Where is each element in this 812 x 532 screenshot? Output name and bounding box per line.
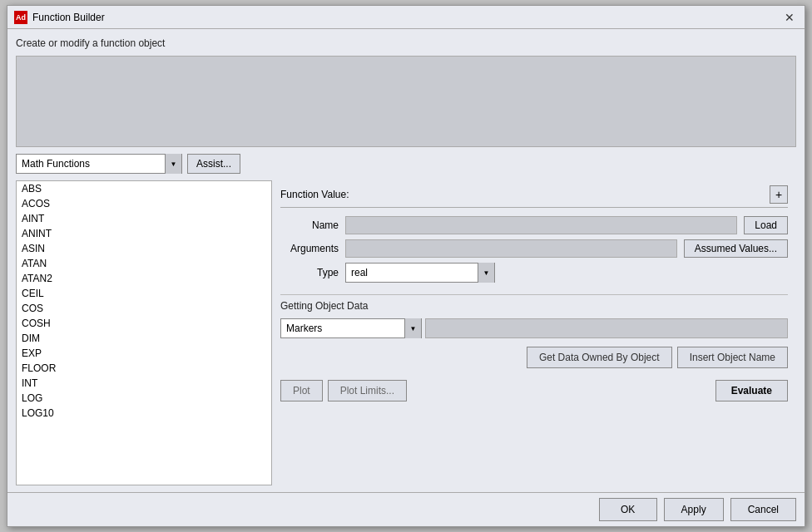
list-item[interactable]: CEIL: [17, 286, 271, 301]
assist-button[interactable]: Assist...: [187, 154, 240, 174]
object-buttons-row: Get Data Owned By Object Insert Object N…: [280, 343, 788, 372]
toolbar-row: Math Functions ▼ Assist...: [16, 152, 796, 175]
getting-object-row: Markers ▼: [280, 318, 788, 338]
form-section: Name Load Arguments Assumed Values... Ty…: [280, 213, 788, 286]
markers-label: Markers: [281, 323, 404, 334]
main-content: ABSACOSAINTANINTASINATANATAN2CEILCOSCOSH…: [16, 180, 796, 485]
insert-object-name-button[interactable]: Insert Object Name: [677, 347, 788, 368]
functions-list-panel: ABSACOSAINTANINTASINATANATAN2CEILCOSCOSH…: [16, 180, 272, 485]
name-row: Name Load: [280, 216, 788, 234]
functions-list[interactable]: ABSACOSAINTANINTASINATANATAN2CEILCOSCOSH…: [17, 181, 271, 485]
markers-arrow-icon[interactable]: ▼: [404, 318, 421, 338]
math-functions-arrow-icon[interactable]: ▼: [165, 154, 181, 174]
function-value-label: Function Value:: [280, 189, 349, 200]
list-item[interactable]: ATAN: [17, 256, 271, 271]
list-item[interactable]: ATAN2: [17, 271, 271, 286]
math-functions-dropdown[interactable]: Math Functions ▼: [16, 154, 182, 174]
plot-limits-button[interactable]: Plot Limits...: [328, 380, 407, 401]
apply-button[interactable]: Apply: [664, 498, 724, 521]
ok-button[interactable]: OK: [599, 498, 657, 521]
markers-dropdown[interactable]: Markers ▼: [280, 318, 422, 338]
plot-button[interactable]: Plot: [280, 380, 323, 401]
list-item[interactable]: EXP: [17, 346, 271, 361]
function-value-row: Function Value: +: [280, 185, 788, 208]
dialog-body: Create or modify a function object Math …: [7, 29, 805, 492]
close-button[interactable]: ✕: [781, 9, 798, 26]
type-dropdown[interactable]: real ▼: [345, 263, 495, 283]
type-row: Type real ▼: [280, 263, 788, 283]
list-item[interactable]: COSH: [17, 316, 271, 331]
right-panel: Function Value: + Name Load Arguments: [272, 180, 796, 485]
type-label: Type: [280, 267, 339, 278]
title-bar: Ad Function Builder ✕: [7, 6, 805, 29]
title-bar-left: Ad Function Builder: [14, 11, 105, 24]
get-data-owned-by-object-button[interactable]: Get Data Owned By Object: [527, 347, 672, 368]
list-item[interactable]: DIM: [17, 331, 271, 346]
list-item[interactable]: INT: [17, 376, 271, 391]
evaluate-button[interactable]: Evaluate: [715, 380, 788, 401]
dialog-subtitle: Create or modify a function object: [16, 36, 796, 51]
list-item[interactable]: LOG10: [17, 406, 271, 421]
list-item[interactable]: ACOS: [17, 196, 271, 211]
list-item[interactable]: ASIN: [17, 241, 271, 256]
list-item[interactable]: COS: [17, 301, 271, 316]
arguments-row: Arguments Assumed Values...: [280, 239, 788, 258]
close-icon: ✕: [785, 11, 795, 24]
dialog-title: Function Builder: [32, 12, 105, 23]
type-dropdown-arrow-icon[interactable]: ▼: [478, 263, 494, 283]
list-item[interactable]: FLOOR: [17, 361, 271, 376]
list-item[interactable]: ANINT: [17, 226, 271, 241]
list-item[interactable]: LOG: [17, 391, 271, 406]
plot-row: Plot Plot Limits... Evaluate: [280, 377, 788, 405]
bottom-bar: OK Apply Cancel: [7, 492, 805, 526]
arguments-label: Arguments: [280, 243, 339, 254]
cancel-button[interactable]: Cancel: [730, 498, 796, 521]
assumed-values-button[interactable]: Assumed Values...: [684, 239, 788, 258]
list-item[interactable]: ABS: [17, 181, 271, 196]
name-label: Name: [280, 219, 339, 231]
list-item[interactable]: AINT: [17, 211, 271, 226]
load-button[interactable]: Load: [744, 216, 788, 234]
getting-object-section-title: Getting Object Data: [280, 294, 788, 313]
object-text-area[interactable]: [425, 318, 788, 338]
function-builder-dialog: Ad Function Builder ✕ Create or modify a…: [7, 5, 805, 527]
type-value: real: [346, 267, 478, 278]
preview-area: [16, 56, 796, 147]
app-icon: Ad: [14, 11, 27, 24]
arguments-input[interactable]: [345, 239, 677, 258]
math-functions-label: Math Functions: [17, 158, 165, 170]
add-function-button[interactable]: +: [770, 185, 788, 204]
plus-icon: +: [775, 188, 782, 201]
name-input[interactable]: [345, 216, 737, 234]
